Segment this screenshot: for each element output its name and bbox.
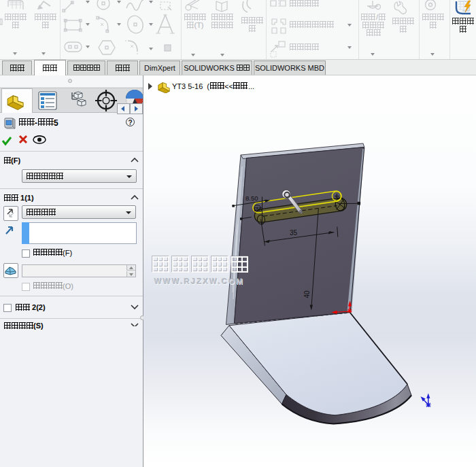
- svg-text:40: 40: [303, 290, 311, 298]
- svg-text:8.50: 8.50: [245, 194, 258, 202]
- svg-text:Ø5: Ø5: [254, 205, 262, 213]
- svg-text:35: 35: [290, 229, 298, 237]
